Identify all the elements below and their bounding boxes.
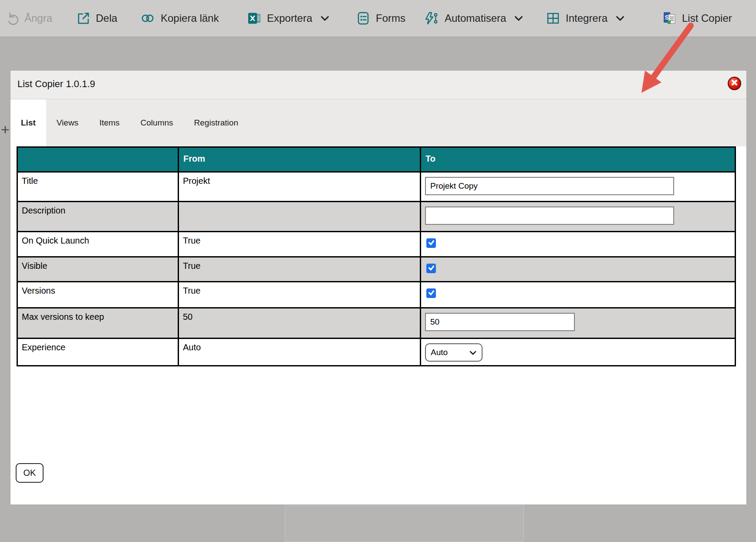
- on-quick-launch-checkbox[interactable]: [426, 238, 436, 248]
- from-value: True: [179, 257, 421, 282]
- dialog-title: List Copier 1.0.1.9: [17, 78, 95, 90]
- table-row: Max versions to keep 50: [17, 308, 736, 339]
- undo-button[interactable]: Ångra: [5, 0, 52, 37]
- check-icon: [428, 288, 435, 298]
- row-label: Description: [17, 202, 179, 232]
- column-header-to: To: [421, 147, 736, 172]
- automate-button[interactable]: Automatisera: [423, 0, 523, 37]
- row-label: Visible: [17, 257, 179, 282]
- chevron-down-icon: [469, 348, 476, 357]
- column-header-property: [17, 147, 179, 172]
- share-button[interactable]: Dela: [76, 0, 117, 37]
- max-versions-input[interactable]: [425, 313, 575, 331]
- from-value: True: [179, 282, 421, 308]
- row-label: Max versions to keep: [17, 308, 179, 339]
- close-button[interactable]: [728, 77, 741, 90]
- visible-checkbox[interactable]: [426, 264, 436, 273]
- list-copier-dialog: List Copier 1.0.1.9 List Views Items Col…: [10, 70, 747, 505]
- table-row: On Quick Launch True: [17, 232, 736, 257]
- toolbar-label: Exportera: [267, 12, 312, 24]
- toolbar-label: Forms: [376, 12, 405, 24]
- copy-settings-table: From To Title Projekt Description On Qui…: [17, 146, 736, 366]
- experience-select[interactable]: Auto: [425, 343, 483, 362]
- from-value: Auto: [179, 339, 421, 366]
- add-item-plus-glyph: +: [1, 121, 10, 138]
- toolbar-label: Ångra: [24, 12, 52, 24]
- chevron-down-icon: [616, 16, 624, 21]
- list-copier-icon: S: [662, 11, 676, 25]
- excel-icon: [247, 11, 261, 25]
- check-icon: [428, 238, 435, 248]
- table-row: Title Projekt: [17, 172, 736, 202]
- share-icon: [76, 11, 90, 25]
- table-header-row: From To: [17, 147, 736, 172]
- copy-link-button[interactable]: Kopiera länk: [140, 0, 219, 37]
- tab-columns[interactable]: Columns: [130, 99, 184, 146]
- row-label: Title: [17, 172, 179, 202]
- chevron-down-icon: [514, 16, 523, 21]
- ok-button[interactable]: OK: [16, 463, 44, 483]
- check-icon: [428, 264, 435, 274]
- tab-label: Columns: [141, 118, 173, 128]
- dialog-tab-strip: List Views Items Columns Registration: [10, 99, 746, 146]
- grid-icon: [546, 11, 560, 25]
- list-copier-button[interactable]: S List Copier: [662, 0, 732, 37]
- toolbar-label: Kopiera länk: [161, 12, 219, 24]
- versions-checkbox[interactable]: [426, 288, 436, 298]
- tab-label: Registration: [194, 118, 238, 128]
- toolbar-label: List Copier: [682, 12, 732, 24]
- screen: Ångra Dela Kopiera länk Exportera: [0, 0, 756, 542]
- tab-label: List: [21, 118, 36, 128]
- from-value: Projekt: [179, 172, 421, 202]
- row-label: Versions: [17, 282, 179, 308]
- tab-registration[interactable]: Registration: [184, 99, 249, 146]
- row-label: Experience: [17, 339, 179, 366]
- background-panel: [285, 505, 524, 542]
- integrate-button[interactable]: Integrera: [546, 0, 624, 37]
- row-label: On Quick Launch: [17, 232, 179, 257]
- forms-button[interactable]: Forms: [356, 0, 405, 37]
- table-row: Visible True: [17, 257, 736, 282]
- table-row: Versions True: [17, 282, 736, 308]
- automate-icon: [423, 11, 439, 25]
- dialog-titlebar: List Copier 1.0.1.9: [10, 71, 746, 99]
- close-icon: [731, 79, 738, 88]
- title-input[interactable]: [425, 177, 674, 195]
- forms-icon: [356, 11, 370, 25]
- from-value: True: [179, 232, 421, 257]
- table-row: Experience Auto Auto: [17, 339, 736, 366]
- from-value: [179, 202, 421, 232]
- toolbar-label: Dela: [96, 12, 117, 24]
- link-icon: [140, 11, 155, 25]
- export-button[interactable]: Exportera: [247, 0, 329, 37]
- toolbar-label: Integrera: [566, 12, 608, 24]
- toolbar-label: Automatisera: [445, 12, 506, 24]
- tab-label: Items: [99, 118, 119, 128]
- column-header-from: From: [179, 147, 421, 172]
- select-value: Auto: [431, 348, 448, 357]
- tab-items[interactable]: Items: [89, 99, 130, 146]
- from-value: 50: [179, 308, 421, 339]
- tab-label: Views: [57, 118, 78, 128]
- chevron-down-icon: [321, 16, 329, 21]
- tab-views[interactable]: Views: [46, 99, 89, 146]
- undo-icon: [5, 11, 19, 25]
- tab-list[interactable]: List: [10, 99, 46, 146]
- table-row: Description: [17, 202, 736, 232]
- description-input[interactable]: [425, 207, 674, 225]
- command-bar: Ångra Dela Kopiera länk Exportera: [0, 0, 756, 37]
